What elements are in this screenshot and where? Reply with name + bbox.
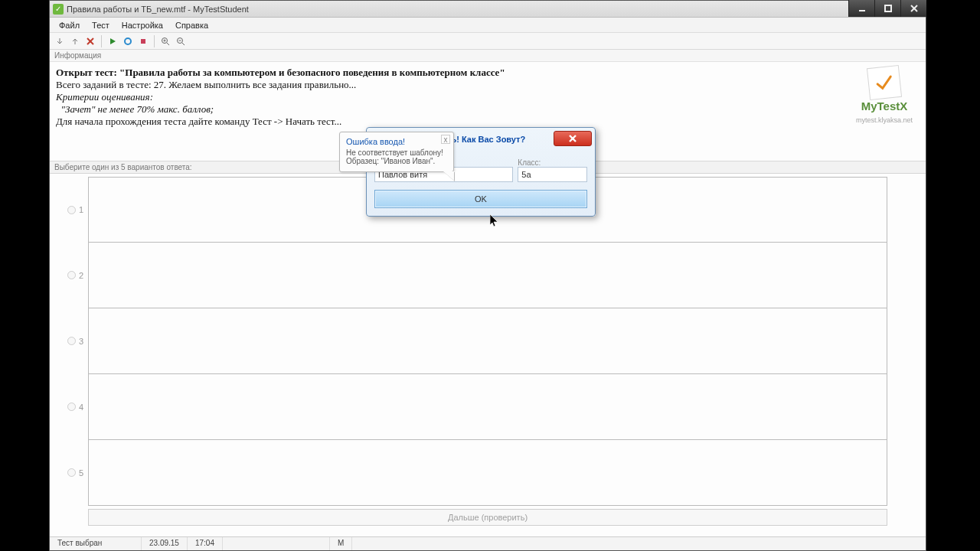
test-title: Открыт тест: "Правила работы за компьюте… — [56, 67, 920, 79]
status-date: 23.09.15 — [142, 537, 188, 550]
tooltip-line2: Образец: "Иванов Иван". — [346, 157, 447, 165]
tooltip-line1: Не соответствует шаблону! — [346, 148, 447, 157]
answer-option[interactable]: 2 — [88, 243, 887, 308]
answer-radio[interactable]: 4 — [67, 403, 83, 412]
svg-point-7 — [125, 38, 131, 44]
start-hint: Для начала прохождения теста дайте коман… — [56, 116, 920, 128]
dialog-close-button[interactable] — [554, 131, 592, 146]
status-mode: M — [330, 537, 352, 550]
toolbar-up-icon[interactable] — [68, 34, 82, 48]
window-controls — [848, 0, 926, 17]
status-empty2 — [352, 537, 926, 550]
menubar: Файл Тест Настройка Справка — [50, 18, 926, 33]
status-state: Тест выбран — [50, 537, 142, 550]
answer-radio[interactable]: 5 — [67, 468, 83, 478]
svg-rect-1 — [885, 5, 891, 11]
tooltip-title: Ошибка ввода! — [346, 137, 447, 146]
answer-prompt: Выберите один из 5 вариантов ответа: — [54, 163, 192, 171]
answer-radio[interactable]: 3 — [67, 337, 83, 346]
test-count-line: Всего заданий в тесте: 27. Желаем выполн… — [56, 79, 920, 91]
close-button[interactable] — [900, 0, 926, 17]
answer-number: 5 — [79, 468, 83, 478]
toolbar-zoom-out-icon[interactable] — [174, 34, 188, 48]
info-tab-label: Информация — [54, 51, 101, 60]
svg-line-14 — [182, 43, 185, 45]
dialog-ok-label: OK — [475, 194, 487, 204]
titlebar: ✓ Правила работы и ТБ_new.mtf - MyTestSt… — [50, 1, 926, 18]
menu-help[interactable]: Справка — [169, 19, 214, 31]
logo-text: MyTestX — [848, 100, 921, 112]
answer-option[interactable]: 4 — [88, 374, 887, 440]
toolbar-delete-icon[interactable] — [83, 34, 97, 48]
class-input[interactable] — [518, 167, 587, 182]
info-tab: Информация — [50, 50, 926, 62]
statusbar: Тест выбран 23.09.15 17:04 M — [50, 536, 926, 550]
answers-list: 1 2 3 4 5 — [50, 177, 926, 506]
answer-number: 4 — [79, 403, 83, 412]
class-label: Класс: — [518, 158, 587, 167]
status-empty1 — [223, 537, 330, 550]
toolbar-zoom-in-icon[interactable] — [158, 34, 172, 48]
menu-test[interactable]: Тест — [86, 19, 116, 31]
svg-rect-8 — [141, 39, 145, 44]
next-button[interactable]: Дальше (проверить) — [88, 509, 887, 526]
toolbar-record-icon[interactable] — [121, 34, 135, 48]
criteria-label: Критерии оценивания: — [56, 91, 920, 103]
toolbar-play-icon[interactable] — [106, 34, 119, 48]
svg-marker-6 — [110, 38, 116, 44]
next-button-label: Дальше (проверить) — [448, 513, 528, 522]
menu-file[interactable]: Файл — [53, 19, 86, 31]
maximize-button[interactable] — [874, 0, 900, 17]
logo-checkmark-icon — [867, 65, 902, 100]
toolbar-separator — [154, 35, 155, 47]
app-window: ✓ Правила работы и ТБ_new.mtf - MyTestSt… — [49, 0, 926, 551]
logo-sub: mytest.klyaksa.net — [848, 114, 921, 126]
toolbar-down-icon[interactable] — [53, 34, 67, 48]
answer-number: 1 — [79, 205, 83, 214]
status-time: 17:04 — [188, 537, 223, 550]
answer-option[interactable]: 5 — [88, 440, 887, 506]
toolbar-stop-icon[interactable] — [136, 34, 150, 48]
dialog-ok-button[interactable]: OK — [374, 190, 587, 208]
tooltip-close-button[interactable]: x — [441, 135, 450, 144]
menu-settings[interactable]: Настройка — [116, 19, 169, 31]
app-icon: ✓ — [53, 4, 64, 15]
toolbar — [50, 33, 926, 50]
error-tooltip: x Ошибка ввода! Не соответствует шаблону… — [339, 132, 454, 172]
app-logo: MyTestX mytest.klyaksa.net — [848, 67, 921, 126]
window-title: Правила работы и ТБ_new.mtf - MyTestStud… — [67, 5, 249, 14]
toolbar-separator — [101, 35, 102, 47]
answer-number: 2 — [79, 271, 83, 280]
minimize-button[interactable] — [848, 0, 874, 17]
answer-number: 3 — [79, 337, 83, 346]
answer-option[interactable]: 3 — [88, 308, 887, 374]
svg-line-10 — [167, 43, 169, 45]
criteria-line: "Зачет" не менее 70% макс. баллов; — [56, 103, 920, 116]
answer-radio[interactable]: 1 — [67, 205, 83, 214]
answer-radio[interactable]: 2 — [67, 271, 83, 280]
